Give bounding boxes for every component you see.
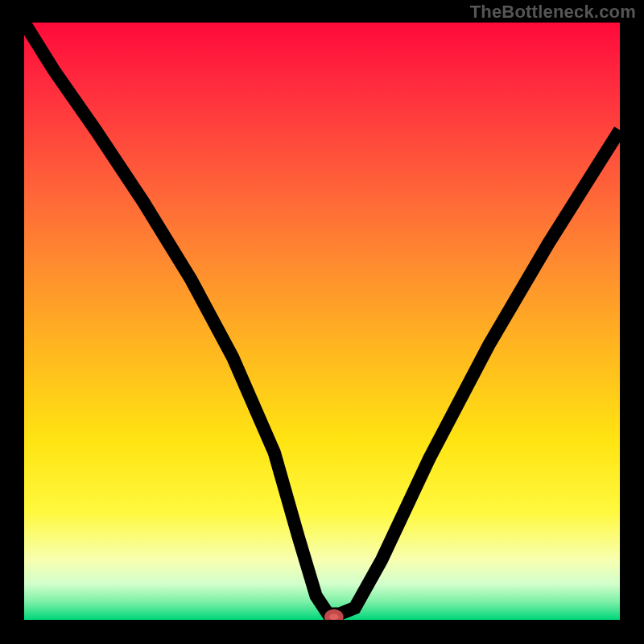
watermark-text: TheBottleneck.com	[470, 2, 636, 23]
plot-area	[24, 23, 620, 620]
curve-layer	[24, 23, 620, 620]
minimum-marker	[327, 612, 341, 620]
bottleneck-chart: TheBottleneck.com	[0, 0, 644, 644]
bottleneck-curve-path	[24, 23, 620, 614]
